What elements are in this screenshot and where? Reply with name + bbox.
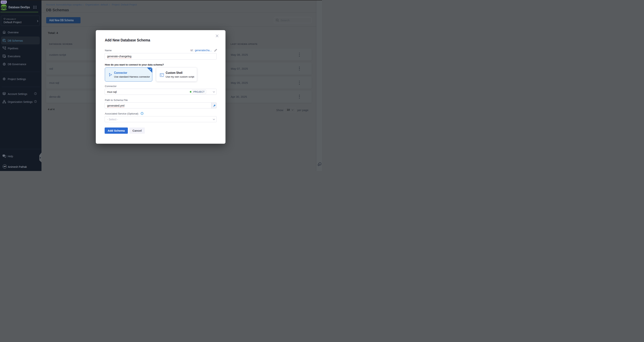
svg-text:?: ? bbox=[4, 155, 4, 156]
